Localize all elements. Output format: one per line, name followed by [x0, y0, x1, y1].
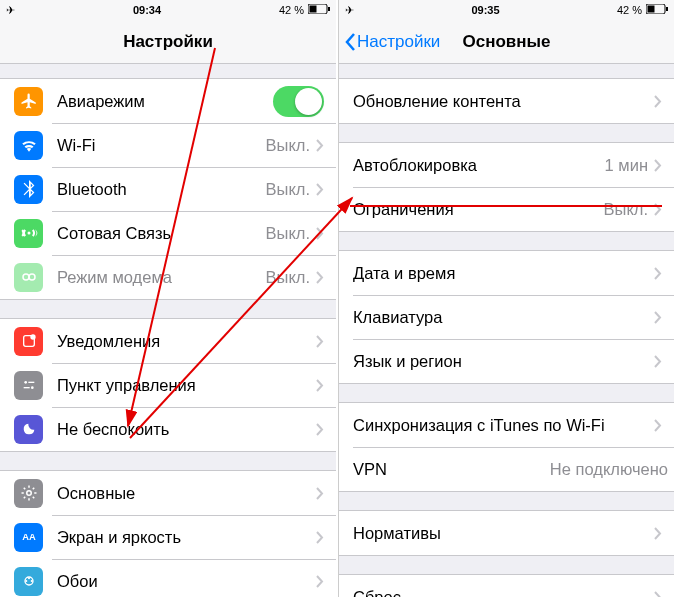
row-value: Выкл. [266, 180, 310, 199]
row-autolock[interactable]: Автоблокировка 1 мин [339, 143, 674, 187]
row-datetime[interactable]: Дата и время [339, 251, 674, 295]
status-time: 09:34 [133, 4, 161, 16]
row-label: Язык и регион [353, 352, 654, 371]
svg-point-3 [23, 274, 29, 280]
row-label: Wi-Fi [57, 136, 266, 155]
airplane-toggle[interactable] [273, 86, 324, 117]
row-label: Bluetooth [57, 180, 266, 199]
row-airplane-mode[interactable]: Авиарежим [0, 79, 336, 123]
row-value: 1 мин [605, 156, 648, 175]
chevron-right-icon [316, 575, 324, 588]
group-connectivity: Авиарежим Wi-Fi Выкл. Bluetooth Выкл. Со… [0, 78, 336, 300]
airplane-status-icon: ✈︎ [6, 4, 15, 17]
row-wifi[interactable]: Wi-Fi Выкл. [0, 123, 336, 167]
wifi-icon [14, 131, 43, 160]
svg-point-14 [28, 577, 30, 579]
row-label: Сотовая Связь [57, 224, 266, 243]
control-center-icon [14, 371, 43, 400]
row-label: Ограничения [353, 200, 604, 219]
group-content-refresh: Обновление контента [339, 78, 674, 124]
chevron-right-icon [316, 335, 324, 348]
row-label: Не беспокоить [57, 420, 316, 439]
svg-rect-2 [328, 7, 330, 11]
notifications-icon [14, 327, 43, 356]
row-itunes-sync[interactable]: Синхронизация с iTunes по Wi-Fi [339, 403, 674, 447]
row-label: Основные [57, 484, 316, 503]
battery-percent: 42 % [617, 4, 642, 16]
group-datetime: Дата и время Клавиатура Язык и регион [339, 250, 674, 384]
chevron-right-icon [316, 271, 324, 284]
back-label: Настройки [357, 32, 440, 52]
row-label: Обои [57, 572, 316, 591]
chevron-right-icon [316, 487, 324, 500]
group-sync-vpn: Синхронизация с iTunes по Wi-Fi VPN Не п… [339, 402, 674, 492]
row-label: Автоблокировка [353, 156, 605, 175]
svg-point-16 [25, 580, 27, 582]
chevron-right-icon [654, 527, 662, 540]
row-general[interactable]: Основные [0, 471, 336, 515]
row-label: Обновление контента [353, 92, 654, 111]
row-value: Выкл. [266, 268, 310, 287]
chevron-right-icon [316, 531, 324, 544]
phone-settings-root: ✈︎ 09:34 42 % Настройки Авиарежим Wi-Fi … [0, 0, 336, 597]
svg-text:AA: AA [22, 532, 36, 542]
row-label: Авиарежим [57, 92, 273, 111]
chevron-right-icon [316, 183, 324, 196]
row-label: Клавиатура [353, 308, 654, 327]
row-label: Нормативы [353, 524, 654, 543]
row-dnd[interactable]: Не беспокоить [0, 407, 336, 451]
gear-icon [14, 479, 43, 508]
row-label: Экран и яркость [57, 528, 316, 547]
svg-point-9 [31, 386, 34, 389]
back-button[interactable]: Настройки [343, 32, 440, 52]
svg-rect-8 [28, 382, 34, 383]
row-restrictions[interactable]: Ограничения Выкл. [339, 187, 674, 231]
status-time: 09:35 [471, 4, 499, 16]
row-regulatory[interactable]: Нормативы [339, 511, 674, 555]
group-general: Основные AA Экран и яркость Обои Звуки T… [0, 470, 336, 597]
svg-point-7 [24, 381, 27, 384]
row-value: Выкл. [266, 136, 310, 155]
bluetooth-icon [14, 175, 43, 204]
row-bluetooth[interactable]: Bluetooth Выкл. [0, 167, 336, 211]
chevron-right-icon [654, 95, 662, 108]
row-display[interactable]: AA Экран и яркость [0, 515, 336, 559]
row-keyboard[interactable]: Клавиатура [339, 295, 674, 339]
row-notifications[interactable]: Уведомления [0, 319, 336, 363]
chevron-right-icon [654, 203, 662, 216]
svg-rect-10 [23, 387, 29, 388]
battery-icon [308, 4, 330, 16]
status-bar: ✈︎ 09:34 42 % [0, 0, 336, 20]
row-content-refresh[interactable]: Обновление контента [339, 79, 674, 123]
general-list[interactable]: Обновление контента Автоблокировка 1 мин… [339, 64, 674, 597]
settings-list[interactable]: Авиарежим Wi-Fi Выкл. Bluetooth Выкл. Со… [0, 64, 336, 597]
svg-point-6 [30, 334, 35, 339]
row-vpn[interactable]: VPN Не подключено [339, 447, 674, 491]
status-bar: ✈︎ 09:35 42 % [339, 0, 674, 20]
row-label: Дата и время [353, 264, 654, 283]
row-wallpaper[interactable]: Обои [0, 559, 336, 597]
wallpaper-icon [14, 567, 43, 596]
row-value: Выкл. [266, 224, 310, 243]
chevron-right-icon [654, 591, 662, 598]
row-reset[interactable]: Сброс [339, 575, 674, 597]
row-label: Синхронизация с iTunes по Wi-Fi [353, 416, 654, 435]
airplane-status-icon: ✈︎ [345, 4, 354, 17]
phone-general: ✈︎ 09:35 42 % Настройки Основные Обновле… [338, 0, 674, 597]
row-language-region[interactable]: Язык и регион [339, 339, 674, 383]
display-icon: AA [14, 523, 43, 552]
battery-icon [646, 4, 668, 16]
group-lock-restrict: Автоблокировка 1 мин Ограничения Выкл. [339, 142, 674, 232]
hotspot-icon [14, 263, 43, 292]
row-hotspot[interactable]: Режим модема Выкл. [0, 255, 336, 299]
page-title: Настройки [123, 32, 213, 52]
row-label: Режим модема [57, 268, 266, 287]
chevron-right-icon [316, 139, 324, 152]
navbar: Настройки Основные [339, 20, 674, 64]
row-cellular[interactable]: Сотовая Связь Выкл. [0, 211, 336, 255]
row-label: Пункт управления [57, 376, 316, 395]
chevron-right-icon [316, 423, 324, 436]
row-control-center[interactable]: Пункт управления [0, 363, 336, 407]
moon-icon [14, 415, 43, 444]
airplane-icon [14, 87, 43, 116]
